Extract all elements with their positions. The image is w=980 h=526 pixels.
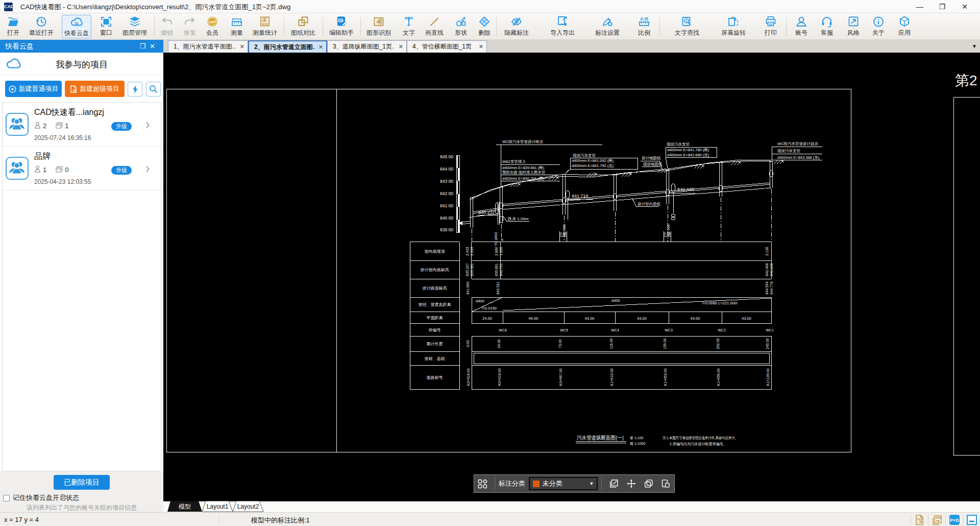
app-window: CAD CAD快速看图 - C:\Users\liangzj\Desktop\c… xyxy=(0,0,980,526)
annotation-edit-icon[interactable] xyxy=(609,478,619,489)
toolbar-account-button[interactable]: 账号 xyxy=(790,15,813,38)
export-pdf-icon[interactable]: PDF xyxy=(914,514,925,525)
toolbar-recent-button[interactable]: 最近打开 xyxy=(27,15,56,38)
cad-text: d400 xyxy=(476,299,484,303)
cad-text: 现状污水支管 xyxy=(573,153,596,158)
document-tab-2[interactable]: 2、雨污水管道立面图…✕ xyxy=(248,40,327,53)
toolbar-stylev-button[interactable]: 风格 xyxy=(842,15,865,38)
batch-export-pdf-icon[interactable]: PDF xyxy=(932,514,943,525)
annotation-copy-icon[interactable] xyxy=(644,478,654,489)
sync-button[interactable] xyxy=(128,82,142,97)
cad-text: 道路桩号 xyxy=(427,375,443,380)
project-card-2[interactable]: 品牌10升级›2025-04-23 12:03:55 xyxy=(3,147,161,190)
toolbar-del-button[interactable]: 删除 xyxy=(473,15,496,38)
annotation-paste-icon[interactable] xyxy=(660,478,671,489)
cad-text-rotated: K0+967.00 xyxy=(559,368,562,386)
maximize-button[interactable]: ❐ xyxy=(931,0,953,13)
recog-icon xyxy=(364,15,394,29)
project-chevron-icon[interactable]: › xyxy=(145,159,150,177)
document-tab-1[interactable]: 1、雨污水管道平面图…✕ xyxy=(168,40,248,53)
cad-text: 设计地面线 xyxy=(642,156,661,160)
tab-overflow-icon[interactable]: ▼ xyxy=(972,43,977,49)
cad-text: 横 1:1000 xyxy=(630,442,645,446)
tab-close-icon[interactable]: ✕ xyxy=(318,44,323,51)
cad-text-rotated: 24.00 xyxy=(497,339,501,348)
upgrade-button[interactable]: 升级 xyxy=(111,122,132,131)
project-chevron-icon[interactable]: › xyxy=(145,115,150,133)
toolbar-label: 会员 xyxy=(201,29,224,37)
toolbar-apps-button[interactable]: 应用 xyxy=(893,15,916,38)
toolbar-impexp-button[interactable]: 导入导出 xyxy=(548,15,577,38)
toolbar-shapes-button[interactable]: 形状 xyxy=(450,15,472,38)
tab-close-icon[interactable]: ✕ xyxy=(479,43,483,50)
toolbar-open-button[interactable]: 打开 xyxy=(2,15,24,38)
toolbar-recog-button[interactable]: 图形识别 xyxy=(364,15,394,38)
new-normal-project-button[interactable]: 新建普通项目 xyxy=(5,81,62,97)
toolbar-compare-button[interactable]: 图纸对比 xyxy=(288,15,318,38)
toolbar-mstats-button[interactable]: 测量统计 xyxy=(250,15,280,38)
minimize-button[interactable]: — xyxy=(909,0,931,13)
cad-text: 0.78 xyxy=(664,232,671,235)
category-selected-value: 未分类 xyxy=(543,479,586,488)
annotation-move-icon[interactable] xyxy=(626,478,636,489)
annotation-grid-icon[interactable] xyxy=(478,479,487,489)
project-card-1[interactable]: CAD快速看...iangzj21升级›2025-07-24 16:35:16 xyxy=(3,103,161,147)
pd-mode-icon[interactable]: P+D xyxy=(949,514,960,525)
document-tab-3[interactable]: 3、道路纵断面图_1页…✕ xyxy=(327,40,407,53)
toolbar-separator xyxy=(496,17,497,36)
search-button[interactable] xyxy=(146,82,161,97)
toolbar-service-button[interactable]: 客服 xyxy=(816,15,838,38)
toolbar-about-button[interactable]: 关于 xyxy=(867,15,890,38)
cad-text-rotated: K0+918.00 xyxy=(467,368,470,386)
toolbar-label: 标注设置 xyxy=(593,29,622,37)
toolbar-annotset-button[interactable]: 标注设置 xyxy=(593,15,622,38)
cad-text: 24.00 xyxy=(482,316,492,321)
cad-text: 43.00 xyxy=(691,316,700,321)
cad-text-rotated: 842.521 xyxy=(496,281,500,294)
new-super-project-button[interactable]: 新建超级项目 xyxy=(65,81,125,97)
toolbar-vip-button[interactable]: VIP会员 xyxy=(201,15,224,38)
toolbar-textt-button[interactable]: 文字 xyxy=(398,15,420,38)
toolbar-hideannot-button[interactable]: 隐藏标注 xyxy=(502,15,531,38)
members-icon xyxy=(34,122,41,130)
close-button[interactable]: ✕ xyxy=(953,0,976,13)
document-tab-bar: ▼ 1、雨污水管道平面图…✕2、雨污水管道立面图…✕3、道路纵断面图_1页…✕4… xyxy=(163,40,980,53)
panel-close-icon[interactable]: ✕ xyxy=(150,42,159,50)
toolbar-print-button[interactable]: 打印 xyxy=(760,15,782,38)
cad-text: d400mm E=841.092 (南) xyxy=(572,158,614,163)
apps-icon xyxy=(893,15,916,29)
toolbar-findtext-button[interactable]: A文字查找 xyxy=(672,15,702,38)
upgrade-button[interactable]: 升级 xyxy=(111,166,132,175)
cloud-panel-header: 我参与的项目 xyxy=(0,53,163,75)
sync-icon xyxy=(131,85,140,94)
app-logo-icon: CAD xyxy=(4,3,13,11)
cad-text: 43.00 xyxy=(742,316,751,321)
remember-checkbox[interactable] xyxy=(3,495,10,501)
cad-text: WC6 xyxy=(499,328,507,332)
deleted-projects-button[interactable]: 已删除项目 xyxy=(54,475,110,490)
toolbar-redo-button[interactable]: 恢复 xyxy=(179,15,201,38)
toolbar-measure-button[interactable]: 测量 xyxy=(226,15,248,38)
toolbar-ratio-button[interactable]: A:B比例 xyxy=(633,15,655,38)
document-tab-4[interactable]: 4、管位横断面图_1页✕ xyxy=(407,40,487,53)
fullscreen-toggle-icon[interactable] xyxy=(966,514,977,525)
toolbar-cloud-button[interactable]: 快看云盘 xyxy=(62,15,91,38)
toolbar-rotate-button[interactable]: 屏幕旋转 xyxy=(719,15,748,38)
mstats-icon xyxy=(250,15,280,29)
project-meta: 10 xyxy=(34,165,68,174)
about-icon xyxy=(867,15,890,29)
tab-close-icon[interactable]: ✕ xyxy=(240,43,244,50)
cad-text: WC1 xyxy=(766,328,774,332)
toolbar-window-button[interactable]: 窗口 xyxy=(95,15,117,38)
tab-close-icon[interactable]: ✕ xyxy=(399,43,403,50)
drawing-canvas[interactable]: 第2845 00844 00843 00842 00841 00840 0083… xyxy=(163,53,980,501)
svg-text:A: A xyxy=(685,19,688,23)
toolbar-editassist-button[interactable]: CAD编辑助手 xyxy=(327,15,356,38)
cloud-panel-buttons: 新建普通项目 新建超级项目 xyxy=(0,75,163,102)
panel-restore-icon[interactable]: ❐ xyxy=(139,42,150,50)
annotation-category-select[interactable]: 未分类 ▼ xyxy=(529,477,598,490)
toolbar-undo-button[interactable]: 撤销 xyxy=(156,15,178,38)
toolbar-layers-button[interactable]: 图层管理 xyxy=(120,15,150,38)
toolbar-lineTool-button[interactable]: 画直线 xyxy=(420,15,449,38)
cad-text-rotated: K1+096.00 xyxy=(717,368,720,386)
